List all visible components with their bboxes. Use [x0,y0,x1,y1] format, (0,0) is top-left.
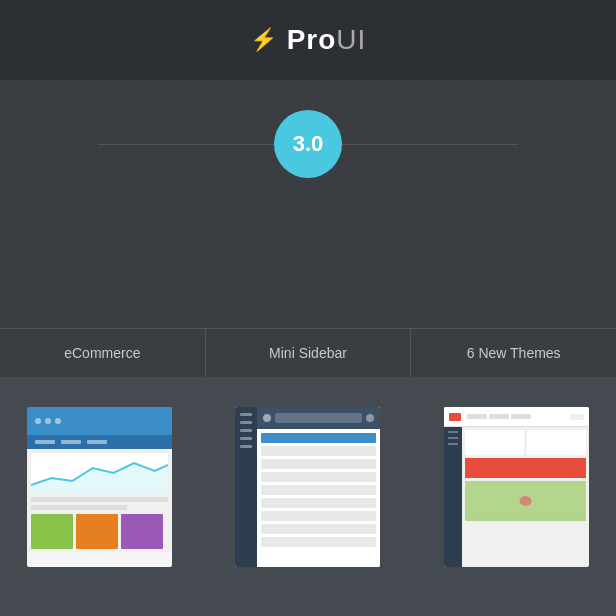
new-theme-header [444,407,589,427]
new-theme-top-cards [465,430,586,455]
bolt-icon: ⚡ [250,27,277,53]
sidebar-content [257,407,380,567]
sidebar-menu-item-2 [261,459,376,469]
new-theme-sidebar-item-3 [448,443,458,445]
new-theme-card-1 [465,430,524,455]
new-theme-main [462,427,589,567]
app-header: ⚡ ProUI [0,0,616,80]
ecom-img-3 [121,514,163,549]
tab-new-themes[interactable]: 6 New Themes [411,329,616,377]
sidebar-search-bar [275,413,362,423]
ecom-header [27,407,172,435]
title-ui: UI [336,24,366,55]
ecom-nav [27,435,172,449]
new-theme-sidebar-item-2 [448,437,458,439]
version-badge: 3.0 [274,110,342,178]
ecom-img-1 [31,514,73,549]
new-theme-tab-2 [489,414,509,419]
ecom-img-2 [76,514,118,549]
version-line-left [98,144,274,145]
ecom-nav-item-1 [35,440,55,444]
new-theme-sidebar-item [448,431,458,433]
tab-bar: eCommerce Mini Sidebar 6 New Themes [0,328,616,377]
new-theme-body [444,427,589,567]
sidebar-menu-item-6 [261,511,376,521]
tab-ecommerce[interactable]: eCommerce [0,329,206,377]
sidebar-icon-2 [240,421,252,424]
version-line-right [342,144,518,145]
sidebar-icon-5 [240,445,252,448]
sidebar-left-nav [235,407,257,567]
preview-section [0,377,616,616]
svg-point-2 [520,496,532,506]
sidebar-menu-item-8 [261,537,376,547]
new-theme-sidebar [444,427,462,567]
new-theme-map [465,481,586,521]
sidebar-menu-item-4 [261,485,376,495]
new-theme-tabs [467,414,531,419]
ecom-dot-3 [55,418,61,424]
preview-new-themes [444,407,589,567]
sidebar-menu-item-active [261,433,376,443]
ecom-dot-2 [45,418,51,424]
sidebar-menu-item-3 [261,472,376,482]
ecom-chart [31,453,168,493]
app-title: ProUI [287,24,367,56]
sidebar-icon-1 [240,413,252,416]
ecom-dot-1 [35,418,41,424]
preview-ecommerce [27,407,172,567]
ecom-text-2 [31,505,127,510]
new-theme-tab-1 [467,414,487,419]
ecom-text-1 [31,497,168,502]
sidebar-top-icon [263,414,271,422]
new-theme-card-2 [527,430,586,455]
ecom-nav-item-2 [61,440,81,444]
sidebar-icon-3 [240,429,252,432]
sidebar-menu [257,429,380,567]
sidebar-menu-item-5 [261,498,376,508]
ecom-body [27,449,172,553]
feature-area [0,198,616,328]
sidebar-menu-item-1 [261,446,376,456]
ecom-images [31,514,168,549]
sidebar-close-icon [366,414,374,422]
ecom-nav-item-3 [87,440,107,444]
sidebar-top-bar [257,407,380,429]
new-theme-logo [449,413,461,421]
new-theme-user [570,414,584,420]
tab-mini-sidebar[interactable]: Mini Sidebar [206,329,412,377]
sidebar-menu-item-7 [261,524,376,534]
version-line-container: 3.0 [98,110,518,178]
sidebar-icon-4 [240,437,252,440]
preview-mini-sidebar [235,407,380,567]
title-pro: Pro [287,24,337,55]
version-section: 3.0 [0,80,616,198]
new-theme-red-card [465,458,586,478]
new-theme-tab-3 [511,414,531,419]
